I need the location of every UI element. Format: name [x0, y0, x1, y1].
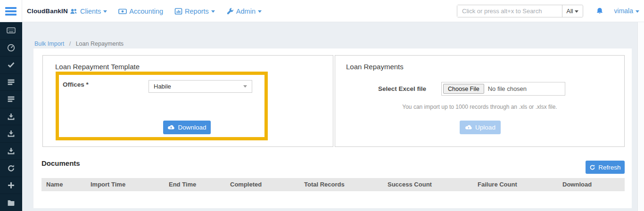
refresh-button[interactable]: Refresh [586, 161, 625, 174]
offices-label: Offices * [63, 81, 89, 88]
tutorial-highlight-box: Offices * Habile Download [56, 72, 268, 140]
bell-icon [596, 7, 603, 15]
caret-down-icon [636, 10, 639, 13]
upload-button[interactable]: Upload [460, 121, 501, 134]
username: vimala [614, 0, 633, 22]
keyboard-icon [7, 27, 16, 34]
sidebar-item-add[interactable] [0, 177, 22, 195]
sidebar-item-approvals[interactable] [0, 57, 22, 74]
left-icon-sidebar [0, 22, 22, 211]
search-filter-dropdown[interactable]: All [562, 5, 583, 17]
money-icon [118, 8, 127, 15]
search-input[interactable] [457, 5, 562, 17]
choose-file-button[interactable]: Choose File [443, 84, 484, 94]
caret-down-icon [575, 10, 578, 13]
sidebar-item-dashboard[interactable] [0, 40, 22, 57]
check-icon [7, 61, 15, 69]
column-header-end-time: End Time [164, 178, 225, 191]
nav-item-reports[interactable]: Reports [174, 8, 215, 15]
nav-item-accounting[interactable]: Accounting [118, 8, 163, 15]
caret-down-icon [211, 10, 215, 13]
column-header-completed: Completed [225, 178, 299, 191]
content-card: Loan Repayment Template Offices * Habile… [33, 49, 632, 208]
select-excel-file-label: Select Excel file [335, 85, 426, 93]
notifications-button[interactable] [596, 7, 603, 17]
nav-item-clients[interactable]: Clients [70, 8, 107, 15]
sidebar-item-import-3[interactable] [0, 143, 22, 160]
import-tray-icon [7, 113, 15, 121]
menu-toggle-button[interactable] [0, 0, 22, 22]
user-menu[interactable]: vimala [614, 0, 639, 22]
app-logo[interactable]: CloudBankIN [27, 0, 68, 22]
caret-down-icon [258, 10, 262, 13]
rows-icon [7, 96, 15, 103]
nav-label: Accounting [129, 8, 163, 15]
panel-title: Loan Repayment Template [55, 63, 140, 71]
search-filter-value: All [567, 8, 573, 15]
nav-label: Admin [236, 8, 256, 15]
breadcrumb-link-bulk-import[interactable]: Bulk Import [34, 41, 64, 47]
no-file-chosen-text: No file chosen [488, 85, 527, 92]
nav-label: Clients [80, 8, 101, 15]
sidebar-item-refresh[interactable] [0, 160, 22, 177]
main-nav: Clients Accounting Reports Admin [70, 0, 273, 22]
column-header-success-count: Success Count [383, 178, 473, 191]
refresh-icon [589, 164, 595, 170]
caret-down-icon [243, 85, 247, 88]
offices-select-value: Habile [154, 83, 171, 90]
plus-icon [8, 182, 15, 189]
column-header-name: Name [41, 178, 86, 191]
download-template-button[interactable]: Download [163, 121, 211, 134]
folder-icon [7, 199, 15, 206]
scrollbar-track[interactable] [637, 22, 644, 211]
loan-repayment-template-panel: Loan Repayment Template Offices * Habile… [42, 55, 333, 147]
cloud-download-icon [167, 124, 175, 130]
documents-section-title: Documents [41, 159, 80, 167]
column-header-failure-count: Failure Count [473, 178, 558, 191]
import-tray-icon [7, 147, 15, 155]
loan-repayments-panel: Loan Repayments Select Excel file Choose… [335, 55, 625, 147]
offices-select[interactable]: Habile [149, 80, 252, 93]
breadcrumb-separator: / [69, 41, 71, 47]
users-icon [70, 8, 78, 15]
breadcrumb: Bulk Import / Loan Repayments [34, 41, 124, 47]
top-navigation-bar: CloudBankIN Clients Accounting Reports A… [0, 0, 644, 22]
refresh-button-label: Refresh [598, 164, 620, 171]
nav-item-admin[interactable]: Admin [226, 8, 262, 15]
panel-title: Loan Repayments [346, 63, 404, 71]
nav-label: Reports [185, 8, 209, 15]
download-button-label: Download [178, 124, 206, 131]
cloud-upload-icon [465, 124, 472, 130]
import-tray-icon [7, 130, 15, 138]
gauge-icon [7, 44, 15, 52]
column-header-total-records: Total Records [299, 178, 383, 191]
column-header-download: Download [558, 178, 625, 191]
caret-down-icon [103, 10, 107, 13]
hamburger-icon [5, 6, 17, 17]
rows-icon [7, 79, 15, 86]
documents-table-header: Name Import Time End Time Completed Tota… [41, 178, 625, 191]
column-header-import-time: Import Time [86, 178, 164, 191]
sidebar-item-import-1[interactable] [0, 108, 22, 126]
global-search: All [457, 5, 583, 17]
wrench-icon [226, 8, 234, 15]
sidebar-item-import-2[interactable] [0, 125, 22, 143]
sidebar-item-list-1[interactable] [0, 74, 22, 91]
upload-button-label: Upload [475, 124, 495, 131]
bar-chart-icon [174, 8, 182, 15]
file-input[interactable]: Choose File No file chosen [441, 82, 565, 96]
breadcrumb-current: Loan Repayments [76, 41, 124, 47]
main-content: Bulk Import / Loan Repayments Loan Repay… [22, 22, 644, 211]
refresh-icon [7, 164, 15, 172]
import-helper-text: You can import up to 1000 records throug… [335, 104, 624, 110]
sidebar-item-documents[interactable] [0, 194, 22, 211]
sidebar-item-list-2[interactable] [0, 91, 22, 108]
sidebar-item-keyboard[interactable] [0, 22, 22, 40]
